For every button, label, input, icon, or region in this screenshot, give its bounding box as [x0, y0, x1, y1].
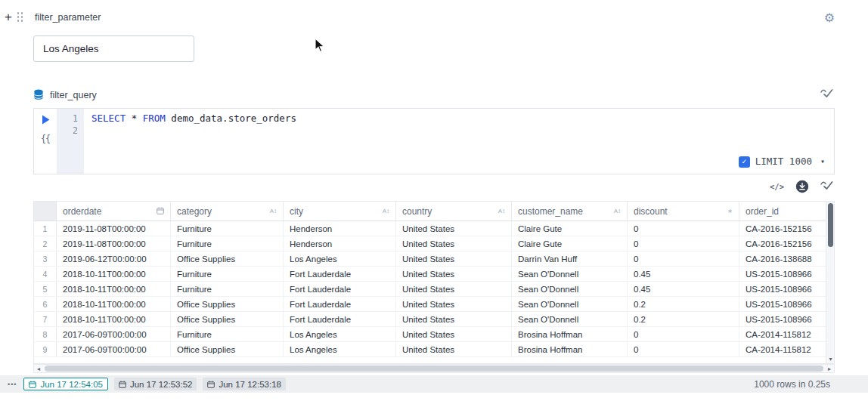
- sql-editor[interactable]: {{ 12 SELECT * FROM demo_data.store_orde…: [33, 108, 835, 174]
- scroll-right-arrow-icon[interactable]: ▸: [825, 366, 834, 372]
- column-header-label: order_id: [746, 206, 779, 217]
- run-timestamp: Jun 17 12:53:18: [219, 380, 281, 389]
- limit-checkbox[interactable]: ✓: [739, 156, 750, 168]
- sql-token: FROM: [143, 113, 166, 124]
- mouse-cursor: [314, 38, 325, 54]
- run-chip[interactable]: Jun 17 12:53:18: [203, 378, 286, 390]
- table-cell: US-2015-108966: [739, 297, 835, 311]
- table-row[interactable]: 32019-06-12T00:00:00Office SuppliesLos A…: [34, 251, 834, 267]
- table-cell: Fort Lauderdale: [284, 312, 396, 326]
- table-row[interactable]: 12019-11-08T00:00:00FurnitureHendersonUn…: [34, 221, 834, 236]
- table-row[interactable]: 42018-10-11T00:00:00FurnitureFort Lauder…: [34, 267, 834, 282]
- row-number: 8: [34, 327, 57, 341]
- code-view-icon[interactable]: </>: [770, 182, 784, 191]
- numeric-type-icon: ∗: [727, 208, 733, 214]
- gear-icon[interactable]: ⚙: [824, 11, 835, 25]
- column-header-city[interactable]: cityA↕: [284, 202, 396, 221]
- row-number: 6: [34, 297, 57, 311]
- run-chip-active[interactable]: Jun 17 12:54:05: [23, 378, 108, 390]
- calendar-icon: [157, 207, 164, 216]
- table-cell: Furniture: [171, 282, 284, 296]
- sql-token: demo_data.store_orders: [166, 113, 296, 124]
- table-cell: 2018-10-11T00:00:00: [57, 282, 171, 296]
- table-row[interactable]: 72018-10-11T00:00:00Office SuppliesFort …: [34, 312, 834, 327]
- run-graph-icon[interactable]: [820, 88, 833, 101]
- table-cell: Sean O'Donnell: [512, 282, 628, 296]
- table-cell: Furniture: [171, 327, 284, 341]
- row-number: 4: [34, 267, 57, 281]
- horizontal-scrollbar-thumb[interactable]: [45, 366, 823, 372]
- more-options-button[interactable]: •••: [8, 381, 17, 388]
- download-icon[interactable]: [795, 180, 809, 193]
- editor-controls: {{: [34, 109, 57, 174]
- table-cell: Furniture: [171, 236, 284, 251]
- table-row[interactable]: 52018-10-11T00:00:00FurnitureFort Lauder…: [34, 282, 834, 297]
- table-cell: Fort Lauderdale: [284, 267, 396, 281]
- table-cell: United States: [396, 267, 512, 281]
- horizontal-scrollbar[interactable]: ◂ ▸: [33, 364, 835, 373]
- table-header-row: orderdatecategoryA↕cityA↕countryA↕custom…: [34, 202, 834, 221]
- run-graph-icon[interactable]: [820, 180, 833, 193]
- column-header-category[interactable]: categoryA↕: [171, 202, 284, 221]
- jinja-braces-icon[interactable]: {{: [41, 134, 50, 144]
- database-icon: [33, 89, 44, 100]
- run-history: Jun 17 12:54:05Jun 17 12:53:52Jun 17 12:…: [23, 378, 286, 390]
- vertical-scrollbar-thumb[interactable]: [828, 203, 833, 247]
- table-cell: CA-2014-115812: [739, 342, 835, 356]
- vertical-scrollbar[interactable]: ▾: [826, 202, 834, 363]
- table-cell: Darrin Van Huff: [512, 251, 628, 266]
- table-cell: US-2015-108966: [739, 282, 835, 296]
- table-cell: 0.2: [628, 297, 739, 311]
- table-cell: 2018-10-11T00:00:00: [57, 312, 171, 326]
- scroll-left-arrow-icon[interactable]: ◂: [34, 366, 43, 372]
- column-header-label: city: [290, 206, 303, 217]
- table-cell: 2018-10-11T00:00:00: [57, 267, 171, 281]
- table-cell: United States: [396, 327, 512, 341]
- line-number: 1: [57, 113, 78, 125]
- table-cell: Furniture: [171, 221, 284, 236]
- limit-row: ✓ LIMIT 1000 ▾: [739, 156, 825, 168]
- table-cell: Los Angeles: [284, 251, 396, 266]
- table-cell: United States: [396, 251, 512, 266]
- column-header-label: discount: [634, 206, 668, 217]
- scroll-down-arrow-icon[interactable]: ▾: [826, 356, 835, 362]
- column-header-order_id[interactable]: order_id: [739, 202, 835, 221]
- row-number: 1: [34, 221, 57, 236]
- calendar-icon: [207, 381, 215, 388]
- table-cell: Claire Gute: [512, 236, 628, 251]
- table-cell: 2019-11-08T00:00:00: [57, 236, 171, 251]
- table-cell: CA-2014-115812: [739, 327, 835, 341]
- limit-dropdown-caret[interactable]: ▾: [820, 156, 825, 168]
- table-row[interactable]: 22019-11-08T00:00:00FurnitureHendersonUn…: [34, 236, 834, 251]
- drag-handle-icon[interactable]: [17, 12, 23, 22]
- table-cell: Henderson: [284, 236, 396, 251]
- table-row[interactable]: 62018-10-11T00:00:00Office SuppliesFort …: [34, 297, 834, 312]
- table-cell: Brosina Hoffman: [512, 342, 628, 356]
- add-cell-button[interactable]: +: [5, 11, 12, 23]
- table-row[interactable]: 92017-06-09T00:00:00Office SuppliesLos A…: [34, 342, 834, 357]
- column-header-discount[interactable]: discount∗: [628, 202, 739, 221]
- results-table: orderdatecategoryA↕cityA↕countryA↕custom…: [33, 201, 835, 364]
- table-cell: Furniture: [171, 267, 284, 281]
- table-cell: US-2015-108966: [739, 267, 835, 281]
- table-cell: Henderson: [284, 221, 396, 236]
- run-query-button[interactable]: [42, 115, 50, 125]
- column-header-orderdate[interactable]: orderdate: [57, 202, 171, 221]
- run-chip[interactable]: Jun 17 12:53:52: [114, 378, 197, 390]
- table-cell: Office Supplies: [171, 312, 284, 326]
- column-header-country[interactable]: countryA↕: [396, 202, 512, 221]
- table-cell: 2017-06-09T00:00:00: [57, 327, 171, 341]
- table-cell: 0: [628, 327, 739, 341]
- sql-code-area[interactable]: SELECT * FROM demo_data.store_orders ✓ L…: [84, 109, 834, 174]
- table-cell: 2019-06-12T00:00:00: [57, 251, 171, 266]
- sql-line-1: SELECT * FROM demo_data.store_orders: [91, 113, 834, 125]
- row-number: 5: [34, 282, 57, 296]
- table-row[interactable]: 82017-06-09T00:00:00FurnitureLos Angeles…: [34, 327, 834, 342]
- table-cell: Los Angeles: [284, 327, 396, 341]
- table-cell: United States: [396, 297, 512, 311]
- table-cell: Fort Lauderdale: [284, 282, 396, 296]
- parameter-cell-toolbar: + filter_parameter: [5, 11, 101, 23]
- parameter-value-input[interactable]: [33, 35, 194, 62]
- column-header-customer_name[interactable]: customer_nameA↕: [512, 202, 628, 221]
- table-corner-cell: [34, 202, 57, 221]
